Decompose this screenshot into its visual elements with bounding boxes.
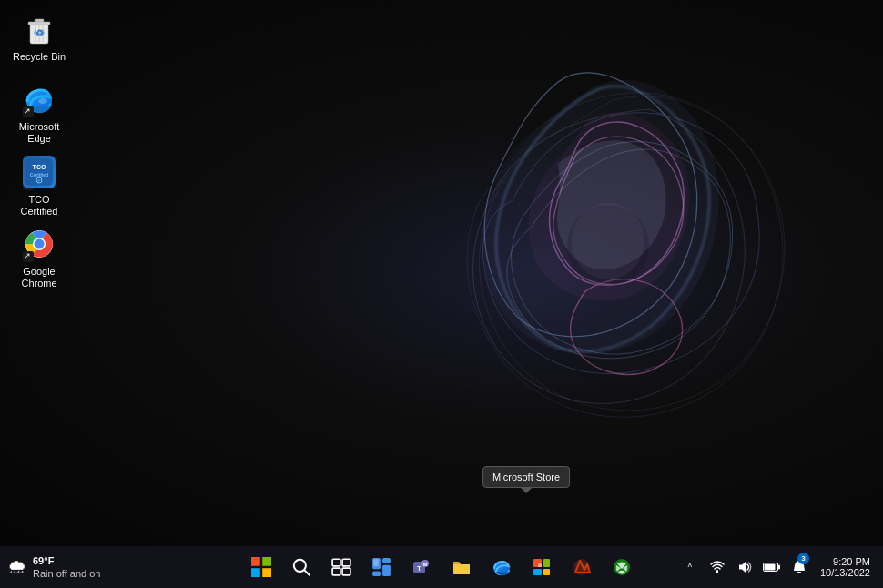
svg-point-17 <box>35 239 45 249</box>
svg-rect-40 <box>533 569 542 575</box>
svg-rect-27 <box>342 568 350 575</box>
microsoft-edge-icon[interactable]: Microsoft Edge <box>7 77 71 148</box>
svg-rect-45 <box>778 565 780 570</box>
task-view-button[interactable] <box>323 549 360 585</box>
svg-rect-41 <box>543 569 550 575</box>
ms365-button[interactable] <box>563 549 600 585</box>
ms-store-button[interactable] <box>523 549 560 585</box>
battery-icon[interactable] <box>760 551 784 583</box>
svg-rect-20 <box>251 568 260 577</box>
edge-taskbar-button[interactable] <box>483 549 520 585</box>
xbox-button[interactable] <box>604 549 640 585</box>
recycle-bin-label: Recycle Bin <box>13 51 66 63</box>
chrome-label: Google Chrome <box>11 266 67 289</box>
svg-rect-46 <box>764 564 775 571</box>
taskbar: 🌧 69°F Rain off and on <box>0 546 883 588</box>
recycle-bin-icon[interactable]: ♻ Recycle Bin <box>7 7 71 66</box>
notification-badge: 3 <box>797 553 809 564</box>
svg-text:TCO: TCO <box>33 164 46 170</box>
teams-button[interactable]: T M <box>403 549 440 585</box>
temperature: 69°F <box>33 554 100 567</box>
weather-icon: 🌧 <box>7 555 27 579</box>
svg-point-1 <box>572 203 644 279</box>
weather-condition: Rain off and on <box>33 567 100 580</box>
svg-rect-3 <box>28 22 50 25</box>
search-button[interactable] <box>283 549 320 585</box>
edge-label: Microsoft Edge <box>11 121 67 145</box>
svg-rect-29 <box>382 558 391 563</box>
tco-certified-icon[interactable]: TCO Certified TCO Certified <box>7 150 71 221</box>
clock-button[interactable]: 9:20 PM 10/13/2022 <box>815 554 876 580</box>
file-explorer-button[interactable] <box>443 549 480 585</box>
system-tray: ^ <box>678 551 876 583</box>
edge-image <box>21 81 57 117</box>
tco-label: TCO Certified <box>11 194 67 218</box>
notification-icon[interactable]: 3 <box>787 551 811 583</box>
recycle-bin-image: ♻ <box>21 11 57 47</box>
svg-point-10 <box>38 98 47 104</box>
weather-text: 69°F Rain off and on <box>33 554 100 581</box>
chrome-image <box>21 226 57 262</box>
network-icon[interactable] <box>705 551 729 583</box>
svg-rect-24 <box>332 559 340 566</box>
taskbar-center: T M <box>243 549 640 585</box>
svg-rect-4 <box>35 19 44 22</box>
start-button[interactable] <box>243 549 279 585</box>
svg-line-23 <box>304 570 310 575</box>
svg-text:♻: ♻ <box>36 28 44 38</box>
svg-rect-31 <box>382 565 391 576</box>
widgets-button[interactable] <box>363 549 400 585</box>
svg-rect-26 <box>332 568 340 575</box>
clock-time: 9:20 PM <box>833 556 870 567</box>
svg-text:T: T <box>417 564 421 573</box>
wallpaper-art <box>376 36 813 510</box>
desktop: ♻ Recycle Bin <box>0 0 883 546</box>
weather-widget[interactable]: 🌧 69°F Rain off and on <box>7 554 117 581</box>
svg-rect-25 <box>342 559 350 566</box>
google-chrome-icon[interactable]: Google Chrome <box>7 222 71 293</box>
sound-icon[interactable] <box>733 551 756 583</box>
svg-text:Certified: Certified <box>30 172 48 177</box>
microsoft-store-tooltip: Microsoft Store <box>482 466 570 493</box>
svg-rect-30 <box>372 571 381 576</box>
svg-rect-39 <box>543 559 550 567</box>
svg-rect-19 <box>262 557 271 566</box>
svg-rect-18 <box>251 557 260 566</box>
tco-image: TCO Certified <box>21 154 57 190</box>
svg-rect-21 <box>262 568 271 577</box>
tray-overflow-button[interactable]: ^ <box>678 551 702 583</box>
tooltip-text: Microsoft Store <box>492 471 560 482</box>
svg-text:M: M <box>423 562 428 567</box>
svg-rect-32 <box>373 559 379 566</box>
clock-date: 10/13/2022 <box>820 567 870 578</box>
